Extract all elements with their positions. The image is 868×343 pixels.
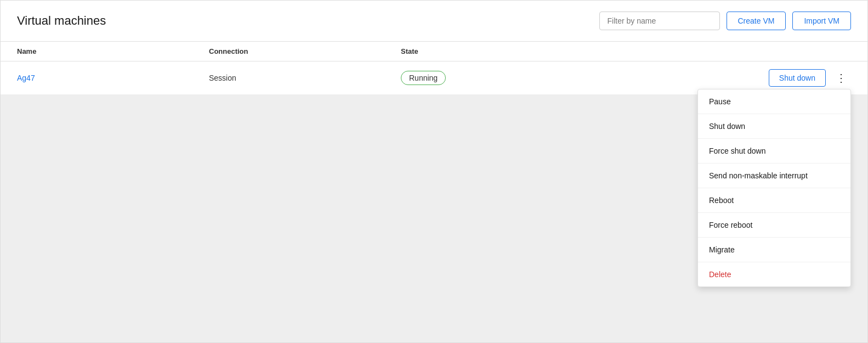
col-header-connection: Connection <box>209 47 401 55</box>
dropdown-item-reboot[interactable]: Reboot <box>698 188 850 213</box>
page-title: Virtual machines <box>17 14 599 28</box>
dropdown-item-delete[interactable]: Delete <box>698 262 850 286</box>
state-badge: Running <box>401 71 446 85</box>
vm-connection-cell: Session <box>209 74 401 82</box>
vm-name-cell: Ag47 <box>17 73 209 83</box>
vm-state-cell: Running <box>401 71 565 85</box>
dropdown-item-pause[interactable]: Pause <box>698 89 850 114</box>
col-header-name: Name <box>17 47 209 55</box>
dropdown-menu: Pause Shut down Force shut down Send non… <box>697 89 851 287</box>
filter-input[interactable] <box>599 12 720 30</box>
create-vm-button[interactable]: Create VM <box>727 12 786 30</box>
page-container: Virtual machines Create VM Import VM Nam… <box>0 0 868 343</box>
row-actions: Shut down ⋮ <box>565 69 851 87</box>
shutdown-button[interactable]: Shut down <box>769 69 826 87</box>
dropdown-item-nmi[interactable]: Send non-maskable interrupt <box>698 164 850 188</box>
header: Virtual machines Create VM Import VM <box>1 1 867 42</box>
dropdown-item-force-shutdown[interactable]: Force shut down <box>698 139 850 164</box>
dropdown-item-shutdown[interactable]: Shut down <box>698 114 850 139</box>
header-actions: Create VM Import VM <box>599 12 852 30</box>
table-row: Ag47 Session Running Shut down ⋮ Pause S… <box>1 61 867 95</box>
vm-name-link[interactable]: Ag47 <box>17 74 35 82</box>
dropdown-item-force-reboot[interactable]: Force reboot <box>698 213 850 238</box>
more-options-button[interactable]: ⋮ <box>831 70 851 86</box>
col-header-state: State <box>401 47 565 55</box>
col-header-actions <box>565 47 851 55</box>
table-header: Name Connection State <box>1 42 867 61</box>
dropdown-item-migrate[interactable]: Migrate <box>698 238 850 262</box>
import-vm-button[interactable]: Import VM <box>792 12 851 30</box>
